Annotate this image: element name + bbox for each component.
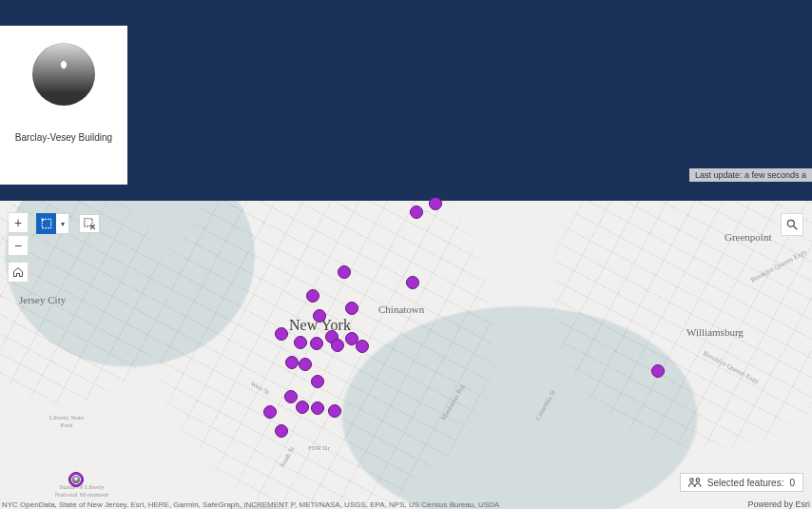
clear-selection-button[interactable] <box>79 214 100 233</box>
feature-card[interactable]: Barclay-Vesey Building <box>0 26 127 185</box>
map-marker[interactable] <box>263 405 277 419</box>
map-marker[interactable] <box>651 364 665 378</box>
powered-by[interactable]: Powered by Esri <box>745 499 812 509</box>
map-marker[interactable] <box>410 206 423 219</box>
map-marker[interactable] <box>429 197 442 210</box>
zoom-out-button[interactable]: − <box>8 235 29 256</box>
header-bar: Barclay-Vesey Building Last update: a fe… <box>0 0 812 201</box>
svg-rect-0 <box>42 219 50 227</box>
last-update-badge: Last update: a few seconds a <box>689 168 812 182</box>
zoom-in-button[interactable]: + <box>8 212 29 233</box>
map-marker[interactable] <box>345 302 358 315</box>
map-marker[interactable] <box>311 401 324 415</box>
selected-features-count: 0 <box>789 478 795 488</box>
label-williamsburg: Williamsburg <box>686 326 744 338</box>
feature-card-title: Barclay-Vesey Building <box>0 132 127 144</box>
map-attribution: NYC OpenData, State of New Jersey, Esri,… <box>0 500 501 509</box>
map-marker[interactable] <box>338 265 351 279</box>
clear-selection-icon <box>83 217 96 230</box>
home-icon <box>12 266 24 278</box>
label-chinatown: Chinatown <box>378 303 424 315</box>
label-liberty-mon: Statue of Liberty National Monument <box>53 483 110 499</box>
label-greenpoint: Greenpoint <box>725 231 771 243</box>
map-marker[interactable] <box>275 327 288 341</box>
map-marker[interactable] <box>275 424 288 438</box>
svg-point-6 <box>690 479 694 482</box>
label-jersey-city: Jersey City <box>19 294 66 305</box>
map[interactable]: Jersey City Greenpoint Chinatown New Yor… <box>0 201 812 509</box>
map-marker[interactable] <box>285 356 299 369</box>
street-grid <box>0 201 812 509</box>
label-fdr: FDR Dr <box>308 444 330 452</box>
home-button[interactable] <box>8 262 29 283</box>
map-marker[interactable] <box>294 336 307 349</box>
map-marker[interactable] <box>310 337 323 350</box>
map-marker[interactable] <box>406 276 419 289</box>
map-marker[interactable] <box>296 401 309 414</box>
map-marker[interactable] <box>331 339 344 352</box>
map-marker[interactable] <box>313 309 326 323</box>
map-marker[interactable] <box>306 289 319 303</box>
svg-line-5 <box>794 226 798 230</box>
label-liberty-state: Liberty State Park <box>46 414 87 429</box>
map-marker[interactable] <box>311 375 324 388</box>
selected-features-label: Selected features: <box>707 478 784 488</box>
select-tool-button[interactable] <box>36 213 57 234</box>
map-marker[interactable] <box>356 340 369 353</box>
map-marker[interactable] <box>284 390 298 403</box>
svg-point-7 <box>696 479 700 482</box>
selected-features-panel[interactable]: Selected features:0 <box>680 473 803 492</box>
map-marker[interactable] <box>299 358 312 371</box>
select-tool-dropdown[interactable]: ▾ <box>56 213 69 234</box>
selected-marker[interactable] <box>68 472 84 487</box>
selection-rect-icon <box>40 217 53 230</box>
map-marker[interactable] <box>328 404 341 418</box>
feature-avatar <box>32 43 95 106</box>
svg-point-4 <box>787 220 794 226</box>
search-button[interactable] <box>781 213 803 236</box>
search-icon <box>785 218 799 231</box>
selection-count-icon <box>688 477 702 488</box>
